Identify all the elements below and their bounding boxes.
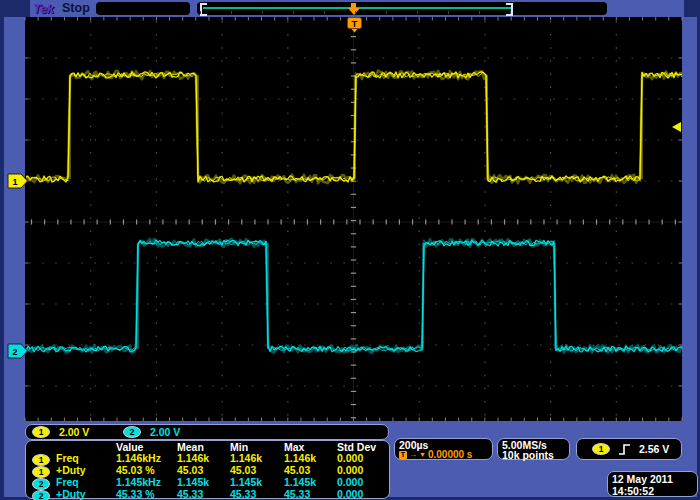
date: 12 May 2011	[612, 473, 693, 485]
datetime-readout: 12 May 2011 14:50:52	[607, 471, 698, 497]
record-view-left-bracket	[200, 3, 207, 16]
record-view-bar	[197, 2, 607, 15]
ch1-badge: 1	[32, 426, 50, 438]
measurement-stddev: 0.000	[337, 489, 389, 500]
ch2-scale: 2.00 V	[150, 426, 180, 438]
record-view-tick	[355, 11, 356, 14]
acquisition-readout: 5.00MS/s 10k points	[497, 438, 570, 460]
record-view-tick	[417, 11, 418, 14]
ch2-badge: 2	[32, 490, 50, 500]
rising-edge-icon	[618, 443, 631, 456]
record-view-tick	[262, 11, 263, 14]
arrow-right-icon: →	[409, 450, 417, 460]
table-row: 1	[32, 465, 56, 477]
record-view-tick	[510, 11, 511, 14]
tek-logo: Tek	[33, 1, 53, 16]
ch1-ground-marker: 1	[8, 174, 28, 188]
acquisition-status-box	[96, 2, 190, 15]
triangle-down-icon: ▼	[419, 450, 426, 460]
measurement-min: 45.33	[230, 489, 284, 500]
record-view-tick	[448, 11, 449, 14]
svg-text:T: T	[352, 18, 358, 29]
trigger-position-value: 0.00000 s	[428, 450, 473, 460]
measurement-name: +Duty	[56, 489, 116, 500]
svg-text:2: 2	[12, 347, 17, 357]
trigger-ref-icon: T	[399, 451, 407, 459]
record-view-tick	[479, 11, 480, 14]
svg-text:1: 1	[12, 177, 17, 187]
oscilloscope-screen: 12T Tek Stop 1 2.00 V 2 2.00 V Value Mea…	[0, 0, 700, 500]
record-view-tick	[293, 11, 294, 14]
record-view-tick	[231, 11, 232, 14]
time: 14:50:52	[612, 485, 693, 497]
measurement-max: 45.33	[284, 489, 337, 500]
record-view-tick	[324, 11, 325, 14]
acquisition-status: Stop	[62, 1, 90, 15]
record-view-right-bracket	[506, 3, 513, 16]
timebase-readout: 200µs T→▼ 0.00000 s	[394, 438, 493, 460]
measurement-mean: 45.33	[177, 489, 230, 500]
record-view-tick	[200, 11, 201, 14]
table-row: 1	[32, 453, 56, 465]
record-length: 10k points	[502, 450, 565, 460]
ch2-badge: 2	[123, 426, 141, 438]
trigger-level: 2.56 V	[639, 443, 669, 455]
trigger-position-arrowhead	[348, 8, 360, 15]
table-row: 2	[32, 489, 56, 500]
measurement-value: 45.33 %	[116, 489, 177, 500]
channel-scale-readout: 1 2.00 V 2 2.00 V	[25, 424, 389, 440]
measurement-table: Value Mean Min Max Std Dev 1 Freq 1.146k…	[25, 440, 390, 499]
trigger-readout: 1 2.56 V	[576, 438, 682, 460]
record-view-tick	[386, 11, 387, 14]
table-row: 2	[32, 477, 56, 489]
ch2-ground-marker: 2	[8, 344, 28, 358]
ch1-scale: 2.00 V	[59, 426, 89, 438]
trigger-source-badge: 1	[592, 443, 610, 455]
